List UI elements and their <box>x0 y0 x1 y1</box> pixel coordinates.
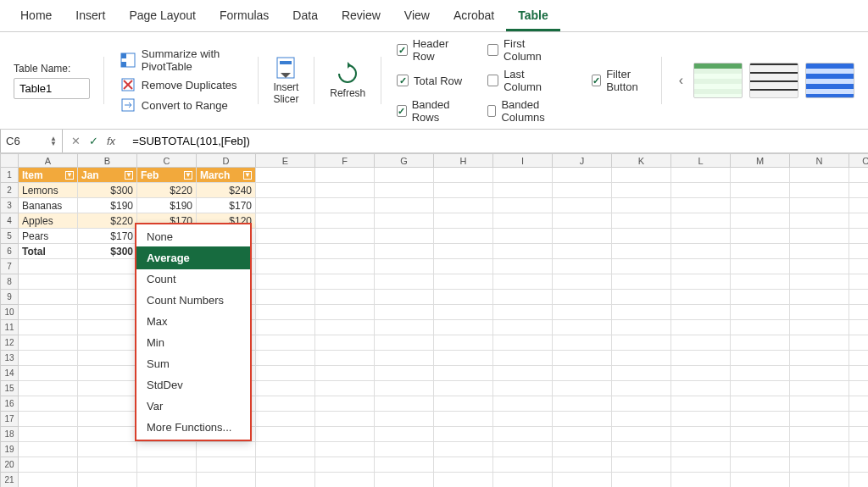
cell[interactable] <box>78 305 137 320</box>
row-header-20[interactable]: 20 <box>0 457 19 473</box>
cell[interactable] <box>553 442 612 457</box>
cell[interactable] <box>731 396 790 412</box>
cell[interactable] <box>19 259 78 274</box>
cell[interactable] <box>493 198 553 213</box>
cell[interactable] <box>790 473 849 487</box>
cell[interactable] <box>553 259 612 274</box>
cell[interactable] <box>375 290 434 305</box>
row-header-15[interactable]: 15 <box>0 381 19 396</box>
cell[interactable] <box>315 335 375 351</box>
cell[interactable] <box>256 168 315 183</box>
cell[interactable] <box>493 427 553 442</box>
cell[interactable] <box>790 442 849 457</box>
cell[interactable] <box>553 213 612 229</box>
cell[interactable] <box>790 274 849 290</box>
cell[interactable] <box>612 168 671 183</box>
cell[interactable] <box>315 427 375 442</box>
cell[interactable] <box>612 335 671 351</box>
cell[interactable] <box>849 381 868 396</box>
cell[interactable] <box>553 320 612 335</box>
row-header-10[interactable]: 10 <box>0 305 19 320</box>
cell[interactable] <box>671 305 731 320</box>
cell[interactable] <box>671 213 731 229</box>
cell[interactable] <box>671 274 731 290</box>
cell[interactable] <box>790 168 849 183</box>
cell[interactable] <box>493 244 553 259</box>
cell[interactable] <box>671 366 731 381</box>
cell[interactable] <box>256 457 315 473</box>
cell[interactable] <box>434 366 493 381</box>
tab-data[interactable]: Data <box>281 3 330 31</box>
cell[interactable]: Feb▼ <box>137 168 197 183</box>
cell[interactable] <box>434 442 493 457</box>
cell[interactable] <box>553 396 612 412</box>
cell[interactable] <box>256 305 315 320</box>
cell[interactable] <box>612 381 671 396</box>
menu-item-none[interactable]: None <box>136 226 250 247</box>
col-header-H[interactable]: H <box>434 153 493 168</box>
cell[interactable] <box>612 320 671 335</box>
cell[interactable] <box>197 457 256 473</box>
cancel-icon[interactable]: ✕ <box>71 135 81 147</box>
cell[interactable] <box>78 381 137 396</box>
cell[interactable] <box>612 396 671 412</box>
select-all-corner[interactable] <box>0 153 19 168</box>
cell[interactable] <box>790 213 849 229</box>
cell[interactable] <box>375 183 434 198</box>
cell[interactable]: Bananas <box>19 198 78 213</box>
cell[interactable] <box>612 198 671 213</box>
cell[interactable] <box>19 381 78 396</box>
row-header-7[interactable]: 7 <box>0 259 19 274</box>
col-header-F[interactable]: F <box>315 153 375 168</box>
cell[interactable] <box>671 290 731 305</box>
cell[interactable] <box>493 473 553 487</box>
cell[interactable] <box>731 244 790 259</box>
cell[interactable] <box>731 305 790 320</box>
cell[interactable] <box>612 412 671 427</box>
cell[interactable] <box>493 335 553 351</box>
row-header-13[interactable]: 13 <box>0 351 19 366</box>
cell[interactable] <box>19 335 78 351</box>
col-header-D[interactable]: D <box>197 153 256 168</box>
cell[interactable] <box>315 183 375 198</box>
tab-insert[interactable]: Insert <box>64 3 117 31</box>
row-header-5[interactable]: 5 <box>0 229 19 244</box>
cell[interactable] <box>434 412 493 427</box>
chk-last-column[interactable]: Last Column <box>487 68 563 93</box>
row-header-16[interactable]: 16 <box>0 396 19 412</box>
cell[interactable]: $220 <box>137 183 197 198</box>
cell[interactable] <box>434 244 493 259</box>
cell[interactable] <box>849 198 868 213</box>
cell[interactable] <box>849 442 868 457</box>
col-header-I[interactable]: I <box>493 153 553 168</box>
menu-item-max[interactable]: Max <box>136 311 250 332</box>
menu-item-sum[interactable]: Sum <box>136 353 250 374</box>
convert-range-button[interactable]: Convert to Range <box>118 96 244 114</box>
cell[interactable] <box>790 229 849 244</box>
cell[interactable] <box>849 259 868 274</box>
col-header-M[interactable]: M <box>731 153 790 168</box>
cell[interactable] <box>790 412 849 427</box>
cell[interactable] <box>256 290 315 305</box>
menu-item-count-numbers[interactable]: Count Numbers <box>136 290 250 311</box>
cell[interactable] <box>671 183 731 198</box>
cell[interactable] <box>671 442 731 457</box>
cell[interactable] <box>731 198 790 213</box>
cell[interactable] <box>553 274 612 290</box>
menu-item-count[interactable]: Count <box>136 268 250 290</box>
cell[interactable] <box>315 457 375 473</box>
tab-page-layout[interactable]: Page Layout <box>117 3 208 31</box>
cell[interactable] <box>849 412 868 427</box>
row-header-19[interactable]: 19 <box>0 442 19 457</box>
cell[interactable] <box>315 351 375 366</box>
filter-dropdown-icon[interactable]: ▼ <box>243 171 252 180</box>
cell[interactable] <box>493 366 553 381</box>
cell[interactable] <box>553 244 612 259</box>
col-header-K[interactable]: K <box>612 153 671 168</box>
cell[interactable] <box>493 305 553 320</box>
cell[interactable] <box>434 290 493 305</box>
cell[interactable] <box>375 335 434 351</box>
cell[interactable] <box>493 259 553 274</box>
row-header-1[interactable]: 1 <box>0 168 19 183</box>
cell[interactable] <box>315 198 375 213</box>
